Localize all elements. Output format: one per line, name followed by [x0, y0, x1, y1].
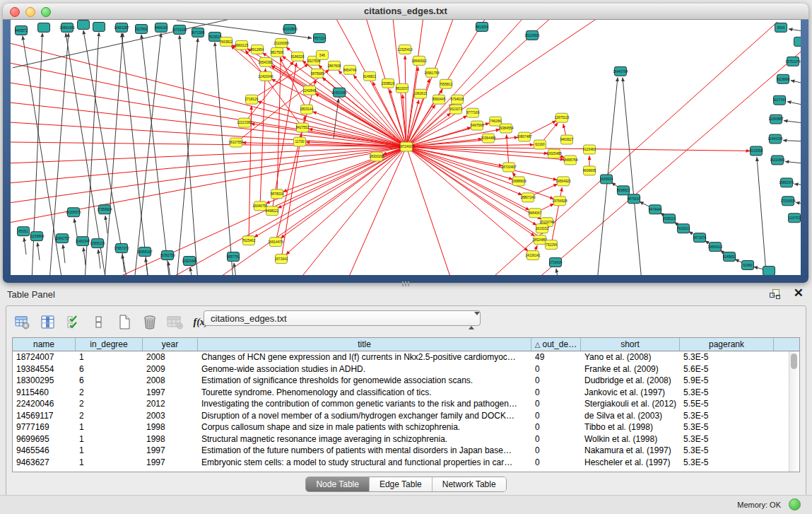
network-node[interactable]: 18724007 [399, 142, 414, 151]
network-node[interactable]: 9115460 [583, 145, 596, 154]
network-node[interactable]: 16961758 [424, 68, 440, 77]
network-node[interactable]: 8186328 [291, 52, 305, 61]
network-node[interactable]: 12093887 [768, 115, 784, 124]
network-node[interactable]: 8822037 [396, 83, 409, 93]
table-vertical-scrollbar[interactable] [789, 351, 799, 472]
column-header-out_degree[interactable]: △out_de… [531, 338, 581, 351]
network-node[interactable]: 8912954 [251, 45, 264, 54]
network-node[interactable]: 752254 [546, 240, 558, 250]
network-node[interactable] [78, 20, 90, 29]
network-node[interactable]: 8215358 [750, 146, 763, 156]
network-node[interactable]: 6794028 [451, 95, 464, 104]
network-node[interactable]: 20364486 [481, 134, 496, 143]
column-header-year[interactable]: year [143, 338, 198, 351]
network-node[interactable]: 7857224 [313, 33, 326, 42]
network-node[interactable]: 8813054 [476, 22, 489, 31]
network-canvas[interactable]: 1872400794055722069140610653287152760284… [11, 20, 801, 275]
column-header-name[interactable]: name [13, 338, 76, 351]
network-node[interactable]: 14136141 [525, 251, 541, 260]
network-node[interactable]: 19756928 [552, 197, 567, 206]
network-node[interactable]: 1640934 [600, 175, 613, 184]
network-node[interactable]: 12923446 [182, 257, 197, 266]
network-node[interactable]: 1362615 [414, 89, 428, 98]
network-node[interactable]: 16210643 [770, 156, 785, 165]
table-settings-icon[interactable] [12, 313, 33, 332]
network-node[interactable]: 9329968 [777, 74, 790, 83]
network-node[interactable]: 1527602 [135, 24, 148, 33]
network-node[interactable]: 17016504 [780, 197, 796, 206]
column-header-in_degree[interactable]: in_degree [76, 338, 143, 351]
network-node[interactable]: 6497568 [471, 121, 484, 130]
table-row[interactable]: 1872400712008Changes of HCN gene express… [13, 351, 789, 363]
close-panel-icon[interactable]: ✕ [794, 286, 804, 300]
network-node[interactable]: 19384554 [498, 124, 514, 133]
network-node[interactable]: 18495754 [563, 156, 578, 165]
network-node[interactable]: 11700 [294, 137, 306, 146]
table-row[interactable]: 946554611997Estimation of the future num… [13, 445, 789, 457]
network-node[interactable]: 18300295 [369, 152, 384, 161]
rows-icon[interactable] [88, 313, 110, 332]
network-node[interactable]: 16033809 [282, 24, 298, 33]
network-node[interactable]: 10688609 [511, 177, 526, 186]
column-header-title[interactable]: title [198, 338, 531, 351]
network-node[interactable]: 9684067 [529, 209, 542, 218]
network-node[interactable]: 9699695 [583, 166, 596, 175]
window-titlebar[interactable]: citations_edges.txt [3, 4, 808, 20]
network-node[interactable]: 10025488 [546, 149, 562, 158]
network-node[interactable]: 8427552 [296, 123, 310, 132]
column-selection-icon[interactable] [37, 313, 59, 332]
network-node[interactable]: 8454749 [343, 65, 357, 74]
network-node[interactable]: 9463627 [560, 135, 574, 144]
network-node[interactable]: 9227343 [773, 95, 787, 105]
scrollbar-thumb[interactable] [791, 354, 797, 369]
delete-icon[interactable] [139, 313, 160, 332]
network-node[interactable]: 85051 [18, 227, 30, 236]
network-node[interactable]: 17359924 [97, 205, 112, 214]
network-node[interactable]: 11451947 [76, 237, 90, 246]
table-row[interactable]: 2242004622012Investigating the contribut… [13, 398, 789, 410]
network-node[interactable]: 16958167 [137, 247, 153, 257]
network-node[interactable]: 9405572 [15, 25, 28, 35]
network-node[interactable]: 546 [317, 50, 329, 59]
network-node[interactable]: 9245652 [723, 252, 736, 262]
network-node[interactable]: 7955812 [440, 79, 453, 88]
network-node[interactable] [763, 267, 775, 275]
new-document-icon[interactable] [114, 313, 135, 332]
network-node[interactable]: 9960125 [235, 40, 249, 49]
network-node[interactable]: 4498222 [266, 206, 279, 216]
network-node[interactable]: 8466160 [155, 23, 168, 32]
network-node[interactable]: 9777169 [466, 108, 480, 117]
network-node[interactable]: 1571642 [275, 255, 288, 264]
network-node[interactable]: 20691406 [59, 23, 75, 32]
network-node[interactable]: 1733426 [549, 258, 563, 267]
tab-network-table[interactable]: Network Table [433, 477, 506, 491]
network-node[interactable] [93, 22, 105, 31]
table-row[interactable]: 1938455462009Genome-wide association stu… [13, 363, 789, 375]
network-node[interactable]: 9146821 [363, 71, 377, 81]
network-node[interactable]: 12942757 [54, 234, 70, 243]
network-node[interactable]: 17957272 [114, 244, 129, 253]
network-node[interactable]: 10654112 [708, 243, 723, 252]
table-row[interactable]: 977716911998Corpus callosum shape and si… [13, 421, 789, 433]
table-selector-dropdown[interactable]: citations_edges.txt [204, 310, 481, 326]
table-row[interactable]: 969969511998Structural magnetic resonanc… [13, 433, 789, 445]
network-node[interactable]: 18720407 [501, 163, 517, 172]
network-node[interactable]: 8671388 [192, 28, 205, 37]
network-node[interactable]: 8938923 [617, 186, 630, 195]
network-node[interactable]: 18640910 [411, 56, 427, 65]
tab-edge-table[interactable]: Edge Table [370, 477, 433, 491]
network-node[interactable]: 6879197 [628, 194, 641, 204]
network-node[interactable]: 16443794 [613, 66, 628, 76]
network-node[interactable]: 22420046 [258, 71, 273, 81]
network-node[interactable]: 62160 [534, 140, 546, 149]
network-node[interactable]: 746266 [490, 117, 502, 126]
column-header-short[interactable]: short [581, 338, 680, 351]
network-node[interactable]: 19654923 [555, 177, 571, 186]
network-node[interactable]: 12213382 [237, 118, 252, 127]
table-row[interactable]: 1830029562008Estimation of significance … [13, 375, 789, 387]
network-node[interactable]: 11156869 [30, 232, 45, 241]
network-node[interactable]: 2803144 [300, 105, 314, 114]
network-node[interactable]: 18107554 [228, 138, 244, 147]
network-node[interactable]: 20206576 [66, 208, 81, 217]
network-node[interactable]: 10719195 [172, 25, 187, 34]
